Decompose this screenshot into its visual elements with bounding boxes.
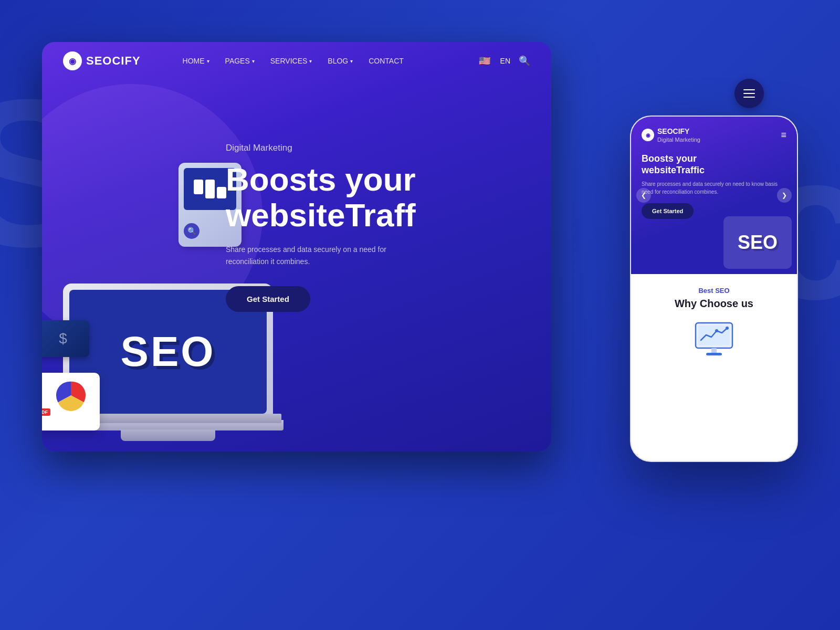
phone-seo-text: SEO [723,216,792,269]
nav-contact-label: CONTACT [369,57,404,65]
laptop-stand [121,429,215,441]
phone-logo-icon: ◉ [642,129,654,141]
phone-hero-content: Boosts your websiteTraffic Share process… [642,148,786,224]
phone-logo-group: SEOCIFY Digital Marketing [657,127,700,143]
hero-text-content: Digital Marketing Boosts your websiteTra… [226,143,416,312]
phone-logo[interactable]: ◉ SEOCIFY Digital Marketing [642,127,700,143]
phone-hero-cta-button[interactable]: Get Started [642,203,694,219]
hero-title-line2: websiteTraff [226,197,416,233]
desktop-logo-text: SEOCIFY [86,54,141,68]
svg-point-4 [726,327,729,330]
phone-section-subtitle: Best SEO [642,287,786,295]
svg-rect-2 [698,326,730,345]
money-card: $ [42,320,89,357]
hero-description: Share processes and data securely on a n… [226,244,404,267]
nav-flag: 🇺🇸 [477,54,492,68]
nav-services-chevron: ▾ [309,58,312,64]
phone-navbar: ◉ SEOCIFY Digital Marketing ≡ [642,117,786,148]
phone-hero-title-line1: Boosts your [642,153,786,165]
phone-mockup: ◉ SEOCIFY Digital Marketing ≡ Boosts you… [630,116,798,462]
nav-link-pages[interactable]: PAGES ▾ [225,57,255,65]
pdf-label: PDF [42,408,50,416]
desktop-navbar: ◉ SEOCIFY HOME ▾ PAGES ▾ SERVICES ▾ BLOG… [42,42,551,80]
hamburger-line-2 [743,93,755,94]
phone-white-section: Best SEO Why Choose us [631,274,797,370]
phone-header: ◉ SEOCIFY Digital Marketing ≡ Boosts you… [631,117,797,274]
nav-link-contact[interactable]: CONTACT [369,57,404,65]
hamburger-line-1 [743,89,755,90]
desktop-nav-links: HOME ▾ PAGES ▾ SERVICES ▾ BLOG ▾ CONTACT [183,57,477,65]
monitor-svg [693,320,735,357]
nav-blog-label: BLOG [328,57,348,65]
nav-blog-chevron: ▾ [350,58,353,64]
nav-language[interactable]: EN [500,57,510,65]
desktop-logo-icon: ◉ [63,51,82,70]
phone-tagline: Digital Marketing [657,136,700,143]
hero-title: Boosts your websiteTraff [226,162,416,233]
nav-link-services[interactable]: SERVICES ▾ [270,57,312,65]
magnifier-icon: 🔍 [184,223,200,239]
desktop-hero: Digital Marketing Boosts your websiteTra… [42,80,551,452]
nav-link-blog[interactable]: BLOG ▾ [328,57,353,65]
phone-menu-icon[interactable]: ≡ [781,130,786,141]
hero-cta-button[interactable]: Get Started [226,286,310,312]
pie-chart [52,377,89,414]
seo-3d-text: SEO [121,328,216,376]
nav-services-label: SERVICES [270,57,308,65]
hero-title-line1: Boosts your [226,162,416,197]
desktop-logo[interactable]: ◉ SEOCIFY [63,51,141,70]
monitor-icon [693,320,735,357]
svg-point-3 [715,329,718,332]
hamburger-button[interactable] [734,79,764,108]
search-icon[interactable]: 🔍 [519,55,530,67]
phone-logo-text: SEOCIFY [657,127,700,135]
hamburger-line-3 [743,97,755,98]
phone-seo-illustration: SEO [723,216,792,269]
phone-section-title: Why Choose us [642,298,786,310]
nav-pages-label: PAGES [225,57,250,65]
hamburger-lines [743,89,755,98]
phone-hero-title-line2: websiteTraffic [642,165,786,176]
desktop-mockup: ◉ SEOCIFY HOME ▾ PAGES ▾ SERVICES ▾ BLOG… [42,42,551,452]
carousel-prev-button[interactable]: ❮ [636,188,651,203]
pdf-card: PDF [42,373,100,430]
desktop-nav-right: 🇺🇸 EN 🔍 [477,54,530,68]
hero-subtitle: Digital Marketing [226,143,416,153]
nav-home-label: HOME [183,57,205,65]
money-symbol: $ [59,330,67,347]
phone-hero-description: Share processes and data securely on nee… [642,180,786,196]
nav-pages-chevron: ▾ [252,58,255,64]
nav-home-chevron: ▾ [207,58,209,64]
phone-icon-container [642,320,786,357]
nav-link-home[interactable]: HOME ▾ [183,57,209,65]
svg-rect-6 [706,353,722,355]
phone-hero-title: Boosts your websiteTraffic [642,153,786,176]
carousel-next-button[interactable]: ❯ [777,188,792,203]
svg-rect-5 [711,348,717,353]
